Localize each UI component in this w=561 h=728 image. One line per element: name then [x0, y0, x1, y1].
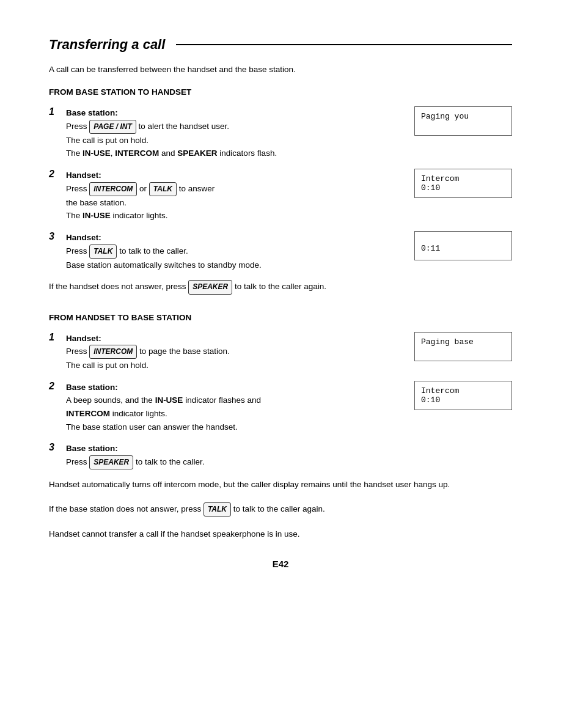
talk-button-s3[interactable]: TALK	[89, 245, 117, 259]
in-use-label: IN-USE	[82, 149, 111, 158]
step-2-base-to-handset: 2 Handset: Press INTERCOM or TALK to ans…	[49, 169, 512, 222]
intercom-button[interactable]: INTERCOM	[89, 182, 137, 196]
step-3-number: 3	[49, 231, 66, 242]
section-handset-to-base: FROM HANDSET TO BASE STATION 1 Handset: …	[49, 313, 512, 541]
display-box-intercom-2: Intercom 0:10	[414, 381, 512, 410]
display-time-011: 0:11	[421, 244, 505, 253]
step-2h-display: Intercom 0:10	[414, 381, 512, 410]
display-box-paging-you: Paging you	[414, 106, 512, 136]
step-1-number: 1	[49, 106, 66, 117]
step-2h-content: Base station: A beep sounds, and the IN-…	[66, 381, 402, 433]
section2-heading: FROM HANDSET TO BASE STATION	[49, 313, 512, 322]
display-line2-empty	[421, 121, 505, 128]
display-paging-base-line1: Paging base	[421, 337, 505, 347]
step-3h-content: Base station: Press SPEAKER to talk to t…	[66, 442, 402, 469]
step-1-content: Base station: Press PAGE / INT to alert …	[66, 106, 402, 160]
step-3-content: Handset: Press TALK to talk to the calle…	[66, 231, 402, 271]
step-3-handset-to-base: 3 Base station: Press SPEAKER to talk to…	[49, 442, 512, 469]
step-1h-content: Handset: Press INTERCOM to page the base…	[66, 332, 402, 372]
step-3-left: 3 Handset: Press TALK to talk to the cal…	[49, 231, 402, 271]
step-1-left: 1 Base station: Press PAGE / INT to aler…	[49, 106, 402, 160]
intercom-button-h1[interactable]: INTERCOM	[89, 345, 137, 359]
step-1h-number: 1	[49, 332, 66, 343]
step-2h-number: 2	[49, 381, 66, 392]
talk-button-s2[interactable]: TALK	[149, 182, 177, 196]
step-1h-display: Paging base	[414, 332, 512, 361]
step-2-number: 2	[49, 169, 66, 180]
step-2-display: Intercom 0:10	[414, 169, 512, 198]
display-box-paging-base: Paging base	[414, 332, 512, 361]
section-base-to-handset: FROM BASE STATION TO HANDSET 1 Base stat…	[49, 87, 512, 295]
step-3-subject: Handset:	[66, 233, 101, 242]
step-1h-left: 1 Handset: Press INTERCOM to page the ba…	[49, 332, 402, 372]
speaker-label: SPEAKER	[177, 149, 217, 158]
talk-button-note[interactable]: TALK	[204, 502, 231, 517]
intercom-label: INTERCOM	[115, 149, 159, 158]
step-2h-left: 2 Base station: A beep sounds, and the I…	[49, 381, 402, 433]
display-line1-empty	[421, 237, 505, 244]
step-2-handset-to-base: 2 Base station: A beep sounds, and the I…	[49, 381, 512, 433]
page-title: Transferring a call	[49, 37, 512, 53]
step-3h-number: 3	[49, 442, 66, 453]
intercom-label2: INTERCOM	[66, 409, 110, 418]
step-1-subject: Base station:	[66, 108, 118, 117]
step-1-handset-to-base: 1 Handset: Press INTERCOM to page the ba…	[49, 332, 512, 372]
display-intercom-line1-h: Intercom	[421, 386, 505, 395]
in-use-label2: IN-USE	[82, 211, 111, 220]
display-box-intercom-1: Intercom 0:10	[414, 169, 512, 198]
section2-note3: Handset cannot transfer a call if the ha…	[49, 528, 512, 541]
display-intercom-time2: 0:10	[421, 395, 505, 405]
intro-text: A call can be transferred between the ha…	[49, 65, 512, 74]
display-intercom-time1: 0:10	[421, 183, 505, 193]
page-footer: E42	[49, 559, 512, 569]
step-3-display: 0:11	[414, 231, 512, 260]
in-use-label3: IN-USE	[155, 395, 183, 405]
step-3h-left: 3 Base station: Press SPEAKER to talk to…	[49, 442, 402, 469]
step-3-base-to-handset: 3 Handset: Press TALK to talk to the cal…	[49, 231, 512, 271]
section2-note1: Handset automatically turns off intercom…	[49, 478, 512, 491]
display-paging-base-empty	[421, 347, 505, 354]
section1-heading: FROM BASE STATION TO HANDSET	[49, 87, 512, 97]
step-2-subject: Handset:	[66, 171, 101, 180]
step-2h-subject: Base station:	[66, 383, 118, 392]
step-2-content: Handset: Press INTERCOM or TALK to answe…	[66, 169, 402, 222]
display-line1: Paging you	[421, 112, 505, 121]
step-1h-subject: Handset:	[66, 334, 101, 343]
speaker-button[interactable]: SPEAKER	[188, 280, 232, 294]
section1-note: If the handset does not answer, press SP…	[49, 280, 512, 294]
page-int-button[interactable]: PAGE / INT	[89, 120, 136, 134]
step-1-display: Paging you	[414, 106, 512, 136]
section2-note2: If the base station does not answer, pre…	[49, 502, 512, 517]
step-2-left: 2 Handset: Press INTERCOM or TALK to ans…	[49, 169, 402, 222]
display-intercom-line1: Intercom	[421, 174, 505, 183]
speaker-button-h3[interactable]: SPEAKER	[89, 455, 133, 469]
step-1-base-to-handset: 1 Base station: Press PAGE / INT to aler…	[49, 106, 512, 160]
display-box-time-011: 0:11	[414, 231, 512, 260]
step-3h-subject: Base station:	[66, 444, 118, 453]
